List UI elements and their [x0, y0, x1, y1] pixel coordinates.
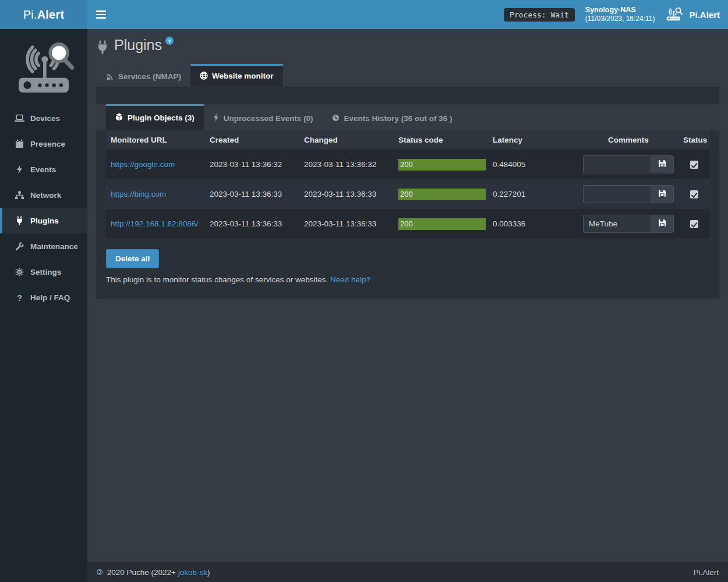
sidebar: Devices Presence Events Network Plugins — [0, 29, 87, 582]
col-changed: Changed — [299, 130, 394, 150]
tab-label: Unprocessed Events (0) — [224, 114, 313, 123]
page-header: Plugins ? — [87, 29, 728, 59]
copyright: © 2020 Puche (2022+ jokob-sk) — [97, 568, 210, 577]
monitored-url-link[interactable]: http://192.168.1.82:8086/ — [111, 219, 198, 228]
comment-input[interactable] — [583, 155, 651, 173]
laptop-icon — [15, 114, 24, 122]
col-status-code: Status code — [394, 130, 488, 150]
changed-cell: 2023-03-11 13:36:32 — [299, 150, 394, 179]
sidebar-item-label: Network — [30, 191, 61, 200]
signal-icon — [106, 73, 114, 81]
comment-input[interactable] — [583, 215, 651, 233]
tab-label: Events History (36 out of 36 ) — [344, 114, 453, 123]
col-created: Created — [205, 130, 299, 150]
sidebar-toggle-button[interactable] — [87, 0, 114, 29]
copyleft-icon: © — [97, 568, 103, 577]
host-name: Synology-NAS — [585, 5, 655, 15]
col-latency: Latency — [488, 130, 578, 150]
tab-unprocessed-events[interactable]: Unprocessed Events (0) — [204, 104, 323, 130]
sidebar-item-help-faq[interactable]: ? Help / FAQ — [0, 285, 87, 310]
sidebar-item-settings[interactable]: Settings — [0, 259, 87, 285]
sidebar-item-presence[interactable]: Presence — [0, 131, 87, 157]
save-icon — [658, 219, 666, 229]
navbar-right: Process: Wait Synology-NAS (11/03/2023, … — [504, 5, 728, 24]
save-comment-button[interactable] — [651, 215, 674, 233]
app-footer: © 2020 Puche (2022+ jokob-sk) Pi.Alert — [87, 562, 728, 582]
need-help-link[interactable]: Need help? — [330, 275, 370, 284]
top-navbar: Process: Wait Synology-NAS (11/03/2023, … — [87, 0, 728, 29]
brand-prefix: Pi. — [23, 8, 37, 22]
question-icon: ? — [15, 293, 24, 303]
sidebar-item-plugins[interactable]: Plugins — [0, 208, 87, 233]
table-row: https://bing.com 2023-03-11 13:36:33 202… — [106, 179, 709, 209]
bolt-icon — [213, 113, 219, 123]
sidebar-item-label: Maintenance — [30, 242, 78, 251]
sidebar-item-label: Settings — [30, 268, 61, 276]
content-area: Plugins ? Services (NMAP) Website monito… — [87, 29, 728, 562]
wrench-icon — [15, 242, 24, 251]
jokob-sk-link[interactable]: jokob-sk — [178, 568, 207, 577]
plug-icon — [97, 40, 108, 56]
brand-logo[interactable]: Pi.Alert — [0, 0, 87, 29]
page-title: Plugins — [114, 37, 162, 54]
sidebar-item-devices[interactable]: Devices — [0, 105, 87, 131]
save-comment-button[interactable] — [651, 185, 674, 203]
website-monitor-panel: Plugin Objects (3) Unprocessed Events (0… — [96, 87, 719, 299]
brand-suffix: Alert — [37, 8, 65, 22]
table-row: https://google.com 2023-03-11 13:36:32 2… — [106, 150, 709, 179]
sidebar-item-maintenance[interactable]: Maintenance — [0, 233, 87, 259]
tab-label: Website monitor — [212, 72, 274, 80]
tab-website-monitor[interactable]: Website monitor — [190, 64, 283, 87]
monitored-url-link[interactable]: https://google.com — [111, 160, 175, 169]
footer-brand: Pi.Alert — [693, 568, 719, 577]
created-cell: 2023-03-11 13:36:33 — [205, 179, 299, 209]
title-help-badge[interactable]: ? — [165, 37, 174, 45]
tab-label: Plugin Objects (3) — [128, 113, 195, 122]
pialert-logo — [0, 29, 87, 105]
save-comment-button[interactable] — [651, 155, 674, 173]
latency-cell: 0.484005 — [488, 150, 578, 179]
status-checkbox[interactable] — [690, 220, 698, 228]
sitemap-icon — [15, 191, 24, 200]
comment-input-group — [583, 155, 674, 173]
save-icon — [658, 189, 666, 199]
sidebar-item-label: Plugins — [30, 217, 59, 225]
comment-input-group — [583, 215, 674, 233]
navbar-brand[interactable]: Pi.Alert — [665, 6, 720, 23]
delete-all-button[interactable]: Delete all — [106, 249, 159, 268]
plug-icon — [15, 216, 24, 225]
navbar-brand-label: Pi.Alert — [689, 10, 720, 20]
status-checkbox[interactable] — [690, 161, 698, 169]
sidebar-item-label: Devices — [30, 114, 60, 123]
tab-events-history[interactable]: Events History (36 out of 36 ) — [323, 104, 462, 130]
latency-cell: 0.227201 — [488, 179, 578, 209]
monitored-url-link[interactable]: https://bing.com — [111, 190, 166, 198]
status-code-bar: 200 — [398, 218, 486, 230]
comment-input[interactable] — [583, 185, 651, 203]
calendar-icon — [15, 139, 24, 148]
sidebar-item-network[interactable]: Network — [0, 182, 87, 208]
created-cell: 2023-03-11 13:36:33 — [205, 209, 299, 239]
created-cell: 2023-03-11 13:36:32 — [205, 150, 299, 179]
process-status-badge: Process: Wait — [504, 8, 575, 22]
col-comments: Comments — [578, 130, 678, 150]
copyright-close: ) — [207, 568, 210, 577]
sidebar-item-events[interactable]: Events — [0, 157, 87, 182]
save-icon — [658, 159, 666, 169]
plugin-tabs: Services (NMAP) Website monitor — [87, 64, 728, 87]
router-scan-icon — [665, 6, 684, 23]
plugin-object-tabs: Plugin Objects (3) Unprocessed Events (0… — [96, 104, 719, 130]
sidebar-menu: Devices Presence Events Network Plugins — [0, 105, 87, 310]
host-info: Synology-NAS (11/03/2023, 16:24:11) — [585, 5, 655, 24]
table-row: http://192.168.1.82:8086/ 2023-03-11 13:… — [106, 209, 709, 239]
tab-services-nmap[interactable]: Services (NMAP) — [97, 64, 190, 87]
gear-icon — [15, 268, 24, 276]
changed-cell: 2023-03-11 13:36:33 — [299, 179, 394, 209]
changed-cell: 2023-03-11 13:36:33 — [299, 209, 394, 239]
status-checkbox[interactable] — [690, 190, 698, 198]
plugin-objects-table: Monitored URL Created Changed Status cod… — [106, 130, 709, 239]
comment-input-group — [583, 185, 674, 203]
plugin-description: This plugin is to monitor status changes… — [106, 275, 709, 284]
tab-plugin-objects[interactable]: Plugin Objects (3) — [106, 104, 204, 130]
latency-cell: 0.003336 — [488, 209, 578, 239]
